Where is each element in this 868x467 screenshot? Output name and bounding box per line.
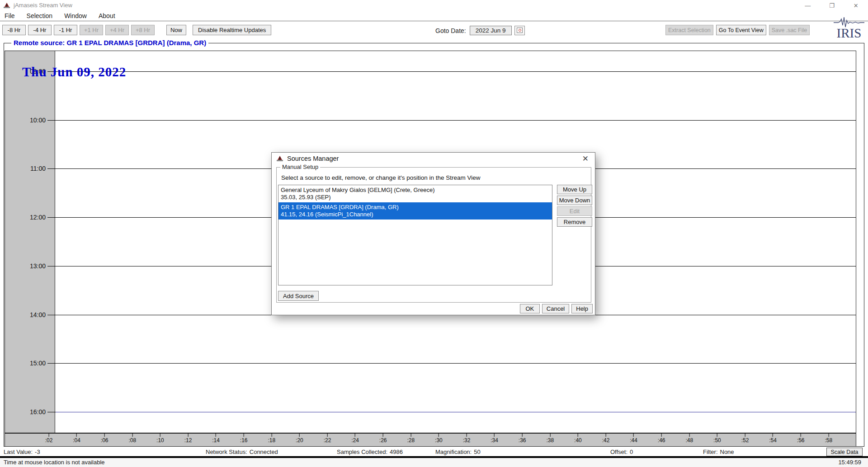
minute-label: :44 (630, 437, 637, 444)
hour-label: 15:00 (5, 360, 46, 367)
dialog-close-icon[interactable]: ✕ (582, 154, 589, 163)
menu-item[interactable]: Selection (27, 12, 53, 19)
time-nav-button[interactable]: -4 Hr (28, 25, 52, 35)
minute-tick: :24 (351, 434, 359, 444)
sources-listbox[interactable]: General Lyceum of Makry Gialos [GELMG] (… (278, 185, 552, 285)
minute-tick-mark (633, 434, 634, 437)
time-nav-button[interactable]: +8 Hr (131, 25, 155, 35)
menu-item[interactable]: File (5, 12, 15, 19)
list-action-button[interactable]: Move Down (557, 196, 592, 205)
minute-tick-mark (160, 434, 160, 437)
menu-item[interactable]: About (99, 12, 115, 19)
minute-tick: :34 (491, 434, 498, 444)
minute-label: :42 (602, 437, 610, 444)
dialog-footer-button[interactable]: OK (520, 304, 540, 313)
add-source-button[interactable]: Add Source (278, 291, 319, 301)
minute-tick-mark (244, 434, 244, 437)
action-button[interactable]: Save .sac File (769, 25, 810, 35)
minute-label: :58 (825, 437, 832, 444)
minute-tick: :38 (546, 434, 554, 444)
app-icon (3, 2, 10, 9)
minute-label: :02 (45, 437, 53, 444)
action-button[interactable]: Go To Event View (716, 25, 766, 35)
mouse-time-message: Time at mouse location is not available (4, 459, 105, 466)
time-nav-button[interactable]: -8 Hr (2, 25, 26, 35)
minute-tick: :32 (463, 434, 471, 444)
hour-label: 11:00 (5, 165, 46, 172)
iris-logo-text: IRIS (837, 26, 862, 40)
minute-tick-mark (49, 434, 49, 437)
minute-label: :32 (463, 437, 471, 444)
calendar-button[interactable] (514, 26, 525, 35)
source-list-item[interactable]: General Lyceum of Makry Gialos [GELMG] (… (278, 185, 552, 202)
minute-tick-mark (745, 434, 745, 437)
minute-tick: :10 (156, 434, 164, 444)
window-title: jAmaseis Stream View (14, 2, 72, 9)
status-item-value: 4986 (390, 448, 403, 455)
status-bar: Scale Data Last Value:-3Network Status:C… (0, 447, 868, 458)
goto-date-field[interactable]: 2022 Jun 9 (470, 26, 512, 35)
minute-tick: :30 (435, 434, 443, 444)
dialog-instruction: Select a source to edit, remove, or chan… (281, 174, 481, 181)
status-item: Magnification:50 (435, 448, 481, 455)
seismic-trace (56, 71, 856, 72)
source-name: General Lyceum of Makry Gialos [GELMG] (… (281, 187, 550, 194)
source-list-item[interactable]: GR 1 EPAL DRAMAS [GRDRA] (Drama, GR) 41.… (278, 202, 552, 219)
minute-tick: :36 (519, 434, 526, 444)
time-nav-button[interactable]: -1 Hr (54, 25, 77, 35)
list-action-button[interactable]: Remove (557, 217, 592, 227)
minute-tick: :28 (407, 434, 415, 444)
source-name: GR 1 EPAL DRAMAS [GRDRA] (Drama, GR) (281, 204, 550, 211)
seismic-trace (56, 120, 856, 121)
list-action-button[interactable]: Edit (557, 206, 592, 216)
list-action-button[interactable]: Move Up (557, 185, 592, 194)
minimize-icon[interactable]: — (796, 0, 820, 12)
scale-data-button[interactable]: Scale Data (826, 448, 863, 456)
status-item-value: None (720, 448, 734, 455)
action-button[interactable]: Extract Selection (665, 25, 713, 35)
dialog-titlebar[interactable]: Sources Manager ✕ (272, 153, 595, 164)
manual-setup-groupbox: Manual Setup Select a source to edit, re… (276, 167, 591, 303)
minute-tick-mark (104, 434, 105, 437)
date-label: Thu Jun 09, 2022 (22, 65, 126, 79)
time-nav-button[interactable]: Now (166, 25, 186, 35)
minute-tick: :26 (379, 434, 387, 444)
dialog-footer-button[interactable]: Cancel (542, 304, 569, 313)
minute-tick: :42 (602, 434, 610, 444)
restore-icon[interactable]: ❐ (820, 0, 844, 12)
minute-tick-mark (801, 434, 801, 437)
status-item-label: Last Value: (4, 448, 33, 455)
minute-tick: :22 (324, 434, 331, 444)
minute-tick-mark (578, 434, 578, 437)
minute-tick-mark (76, 434, 77, 437)
minute-tick-mark (550, 434, 550, 437)
minute-tick: :54 (769, 434, 777, 444)
minute-tick-mark (410, 434, 411, 437)
dialog-footer-button[interactable]: Help (571, 304, 593, 313)
status-item: Last Value:-3 (4, 448, 40, 455)
window-titlebar[interactable]: jAmaseis Stream View — ❐ ✕ (0, 0, 868, 11)
menu-item[interactable]: Window (64, 12, 87, 19)
minute-tick-mark (773, 434, 773, 437)
minute-tick: :48 (685, 434, 693, 444)
footer-bar: Time at mouse location is not available … (0, 458, 868, 467)
minute-tick: :50 (713, 434, 721, 444)
time-nav-button[interactable]: Disable Realtime Updates (193, 25, 271, 35)
minute-label: :54 (769, 437, 777, 444)
time-nav-button[interactable]: +4 Hr (105, 25, 129, 35)
goto-date-group: Goto Date: 2022 Jun 9 (435, 26, 525, 35)
minute-tick-mark (216, 434, 216, 437)
minute-tick-mark (299, 434, 300, 437)
status-item-label: Samples Collected: (337, 448, 387, 455)
minute-label: :06 (101, 437, 108, 444)
minute-label: :10 (156, 437, 164, 444)
list-action-buttons: Move UpMove DownEditRemove (557, 185, 592, 239)
status-item-label: Offset: (610, 448, 627, 455)
close-icon[interactable]: ✕ (844, 0, 868, 12)
minute-tick: :14 (212, 434, 220, 444)
minute-label: :48 (685, 437, 693, 444)
minute-label: :20 (296, 437, 303, 444)
minute-tick: :44 (630, 434, 637, 444)
time-nav-button[interactable]: +1 Hr (80, 25, 103, 35)
status-item: Filter:None (703, 448, 734, 455)
